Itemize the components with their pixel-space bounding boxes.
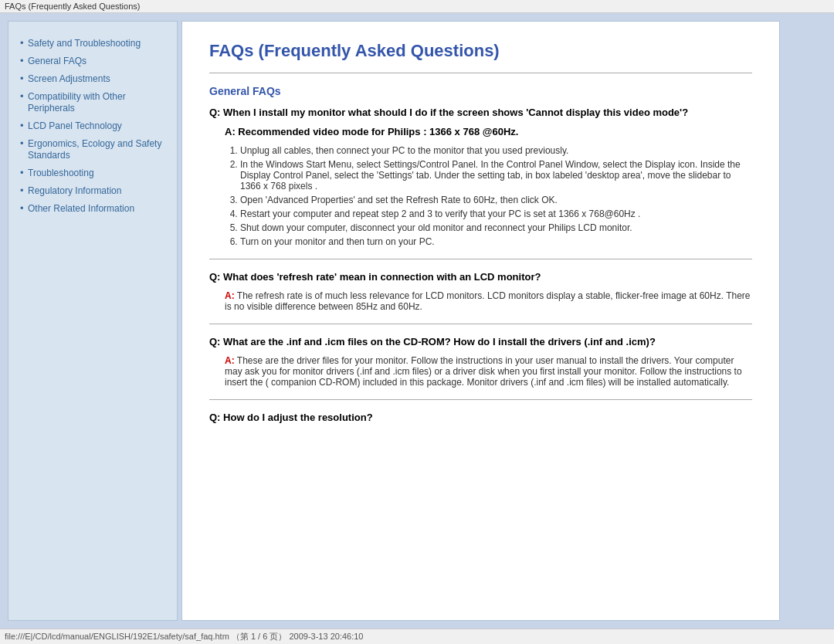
sidebar-link-lcd[interactable]: LCD Panel Technology <box>28 120 122 131</box>
question-4: Q: How do I adjust the resolution? <box>209 412 752 423</box>
sidebar-item-compatibility: Compatibility with Other Peripherals <box>20 90 165 114</box>
section-1-heading: General FAQs <box>209 85 752 97</box>
sidebar-nav: Safety and Troubleshooting General FAQs … <box>20 37 165 214</box>
sidebar-link-compatibility[interactable]: Compatibility with Other Peripherals <box>28 91 126 114</box>
sidebar-item-screen-adj: Screen Adjustments <box>20 73 165 84</box>
sidebar-item-lcd: LCD Panel Technology <box>20 120 165 131</box>
answer-2-body: The refresh rate is of much less relevan… <box>225 290 751 312</box>
sidebar-link-troubleshooting[interactable]: Troubleshooting <box>28 168 94 178</box>
answer-2-text: A: The refresh rate is of much less rele… <box>225 290 752 312</box>
question-2: Q: What does 'refresh rate' mean in conn… <box>209 271 752 283</box>
sidebar-item-other: Other Related Information <box>20 202 165 214</box>
right-panel <box>780 21 826 621</box>
sidebar-item-regulatory: Regulatory Information <box>20 185 165 196</box>
sidebar-item-safety: Safety and Troubleshooting <box>20 37 165 49</box>
step-1: Unplug all cables, then connect your PC … <box>240 145 752 156</box>
step-5: Shut down your computer, disconnect your… <box>240 222 752 233</box>
sidebar-item-ergonomics: Ergonomics, Ecology and Safety Standards <box>20 137 165 161</box>
status-bar: file:///E|/CD/lcd/manual/ENGLISH/192E1/s… <box>0 629 834 644</box>
divider-4 <box>209 399 752 400</box>
sidebar-item-general-faqs: General FAQs <box>20 55 165 66</box>
sidebar-link-ergonomics[interactable]: Ergonomics, Ecology and Safety Standards <box>28 138 161 161</box>
step-6: Turn on your monitor and then turn on yo… <box>240 236 752 247</box>
sidebar-link-safety[interactable]: Safety and Troubleshooting <box>28 38 141 49</box>
question-1: Q: When I install my monitor what should… <box>209 107 752 118</box>
divider-3 <box>209 324 752 324</box>
sidebar-link-regulatory[interactable]: Regulatory Information <box>28 185 121 196</box>
steps-list: Unplug all cables, then connect your PC … <box>240 145 752 247</box>
content-area: FAQs (Frequently Asked Questions) Genera… <box>181 21 780 621</box>
answer-3-label: A: <box>225 355 235 366</box>
sidebar: Safety and Troubleshooting General FAQs … <box>8 21 178 621</box>
divider-2 <box>209 259 752 259</box>
question-3: Q: What are the .inf and .icm files on t… <box>209 336 752 347</box>
answer-2-label: A: <box>225 290 235 301</box>
divider-1 <box>209 73 752 73</box>
page-title: FAQs (Frequently Asked Questions) <box>209 41 752 61</box>
status-bar-text: file:///E|/CD/lcd/manual/ENGLISH/192E1/s… <box>5 632 363 641</box>
step-4: Restart your computer and repeat step 2 … <box>240 208 752 219</box>
step-3: Open 'Advanced Properties' and set the R… <box>240 195 752 205</box>
answer-1-bold: A: Recommended video mode for Philips : … <box>225 126 752 137</box>
answer-3-body: These are the driver files for your moni… <box>225 355 742 388</box>
title-bar: FAQs (Frequently Asked Questions) <box>0 0 834 13</box>
step-2: In the Windows Start Menu, select Settin… <box>240 159 752 192</box>
answer-3-text: A: These are the driver files for your m… <box>225 355 752 388</box>
title-bar-text: FAQs (Frequently Asked Questions) <box>5 2 140 11</box>
sidebar-link-screen-adj[interactable]: Screen Adjustments <box>28 73 110 84</box>
sidebar-link-other[interactable]: Other Related Information <box>28 203 134 214</box>
sidebar-item-troubleshooting: Troubleshooting <box>20 167 165 178</box>
main-layout: Safety and Troubleshooting General FAQs … <box>0 13 834 629</box>
sidebar-link-general-faqs[interactable]: General FAQs <box>28 56 86 66</box>
